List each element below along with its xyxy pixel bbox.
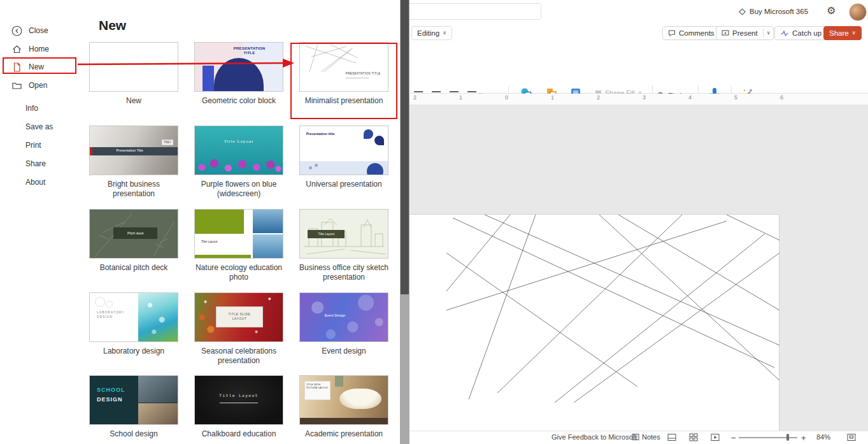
template-card-academic-presentation[interactable]: TITLE WITH PICTURE LAYOUT Academic prese… — [299, 375, 388, 439]
zoom-slider-thumb[interactable] — [786, 434, 789, 441]
thumbnail-photo — [138, 293, 178, 341]
template-card-chalkboard-education[interactable]: Title Layout Chalkboard education — [194, 375, 283, 439]
premium-badge-icon — [739, 8, 746, 15]
template-card-new[interactable]: New — [89, 42, 178, 106]
thumbnail-line-art — [302, 44, 360, 73]
thumbnail-shape — [195, 210, 244, 234]
template-card-purple-flowers[interactable]: Title Layout Purple flowers on blue (wid… — [194, 125, 283, 199]
thumbnail-photo — [138, 376, 178, 403]
fit-slide-icon — [847, 433, 856, 441]
template-label: Universal presentation — [299, 180, 388, 189]
ruler-number: 1 — [551, 94, 554, 101]
thumbnail-bottom-bar — [300, 418, 388, 424]
thumbnail-title-text: Presentation title — [306, 132, 335, 136]
normal-view-icon — [667, 433, 676, 441]
comment-icon — [668, 29, 676, 37]
button-divider — [763, 29, 764, 38]
template-card-minimalist-presentation[interactable]: PRESENTATION TITLE Minimalist presentati… — [299, 42, 388, 106]
template-thumbnail-botanical: Pitch deck — [89, 209, 178, 259]
powerpoint-window: Buy Microsoft 365 ⚙ Editing ∨ Comments P… — [0, 0, 868, 444]
editing-mode-dropdown[interactable]: Editing ∨ — [411, 26, 452, 40]
notes-label: Notes — [642, 433, 660, 441]
home-icon — [11, 44, 22, 55]
template-label: Event design — [299, 347, 388, 356]
thumbnail-title-text: PRESENTATION TITLE — [346, 72, 385, 75]
chevron-down-icon: ∨ — [443, 31, 446, 36]
template-label: Academic presentation — [299, 429, 388, 439]
feedback-link[interactable]: Give Feedback to Microsoft — [551, 433, 637, 441]
share-label: Share — [829, 29, 849, 37]
template-card-universal-presentation[interactable]: Presentation title Universal presentatio… — [299, 125, 388, 189]
template-card-business-city-sketch[interactable]: Title Layout Business office city sketch… — [299, 209, 388, 282]
template-card-laboratory-design[interactable]: LABORATORY DESIGN Laboratory design — [89, 292, 178, 356]
template-card-botanical-pitch-deck[interactable]: Pitch deck Botanical pitch deck — [89, 209, 178, 273]
backstage-home-button[interactable]: Home — [11, 43, 49, 55]
catch-up-label: Catch up — [792, 29, 822, 37]
template-thumbnail-blank — [89, 42, 178, 92]
backstage-save-as-button[interactable]: Save as — [25, 120, 53, 133]
present-screen-icon — [722, 29, 729, 37]
thumbnail-title-box: TITLE SLIDE LAYOUT — [216, 306, 263, 327]
settings-gear-icon[interactable]: ⚙ — [827, 4, 836, 17]
thumbnail-title-text: Title Layout — [195, 393, 283, 397]
slide-line-art — [408, 215, 780, 403]
fit-to-window-button[interactable] — [847, 433, 856, 441]
template-card-geometric-color-block[interactable]: PRESENTATION TITLE Geometric color block — [194, 42, 283, 106]
backstage-new-button[interactable]: New — [11, 61, 44, 73]
thumbnail-accent — [195, 255, 251, 258]
slide[interactable]: PRESENTATION TITLE Mirjam Nilsson — [369, 214, 779, 444]
print-label: Print — [25, 141, 41, 150]
backstage-scrollbar[interactable] — [400, 0, 409, 444]
backstage-open-button[interactable]: Open — [11, 79, 47, 92]
buy-microsoft-365-link[interactable]: Buy Microsoft 365 — [750, 8, 808, 15]
present-button[interactable]: Present ∨ — [716, 26, 774, 40]
slideshow-view-button[interactable] — [711, 433, 720, 441]
template-thumbnail-minimalist: PRESENTATION TITLE — [299, 42, 388, 92]
template-thumbnail-purple-flowers: Title Layout — [194, 125, 283, 175]
thumbnail-title-text: SCHOOL — [97, 387, 125, 393]
ruler-number: 4 — [688, 94, 692, 101]
chevron-down-icon[interactable]: ∨ — [767, 31, 771, 36]
catch-up-button[interactable]: Catch up — [774, 26, 827, 40]
backstage-info-button[interactable]: Info — [25, 102, 38, 115]
template-card-bright-business[interactable]: TREY Presentation Title Bright business … — [89, 125, 178, 199]
thumbnail-shape — [203, 66, 214, 91]
backstage-share-button[interactable]: Share — [25, 157, 46, 170]
slide-sorter-view-button[interactable] — [689, 433, 698, 441]
zoom-in-button[interactable]: + — [801, 433, 806, 443]
thumbnail-book-photo — [339, 389, 381, 409]
home-label: Home — [29, 45, 49, 54]
template-card-nature-ecology[interactable]: Title Layout Nature ecology education ph… — [194, 209, 283, 282]
thumbnail-title-text: DESIGN — [97, 396, 123, 403]
thumbnail-title-text: Event Design — [325, 313, 346, 317]
thumbnail-title-text: Title Layout — [201, 240, 218, 243]
catch-up-icon — [780, 30, 789, 37]
backstage-panel: Close Home New Open Info Save as Print S… — [0, 0, 400, 444]
zoom-level[interactable]: 84% — [816, 433, 830, 441]
notes-toggle[interactable]: Notes — [632, 433, 660, 441]
comments-button[interactable]: Comments — [662, 26, 720, 40]
share-button[interactable]: Share ∨ — [823, 26, 862, 40]
template-card-seasonal-celebrations[interactable]: TITLE SLIDE LAYOUT Seasonal celebrations… — [194, 292, 283, 366]
template-label: New — [89, 96, 178, 106]
template-label: Business office city sketch presentation — [299, 263, 388, 282]
template-label: Bright business presentation — [89, 180, 178, 199]
template-thumbnail-academic: TITLE WITH PICTURE LAYOUT — [299, 375, 388, 425]
ruler-number: 2 — [597, 94, 600, 101]
thumbnail-title-text: PRESENTATION TITLE — [228, 47, 270, 55]
thumbnail-title-box: Pitch deck — [113, 227, 157, 239]
normal-view-button[interactable] — [667, 433, 676, 441]
backstage-about-button[interactable]: About — [25, 176, 45, 189]
template-card-event-design[interactable]: Event Design Event design — [299, 292, 388, 356]
backstage-print-button[interactable]: Print — [25, 139, 41, 152]
backstage-scrollbar-thumb[interactable] — [401, 0, 409, 294]
thumbnail-title-text: Title Layout — [318, 232, 335, 236]
zoom-out-button[interactable]: − — [731, 433, 736, 443]
template-label: Nature ecology education photo — [194, 263, 283, 282]
thumbnail-shape — [214, 58, 263, 92]
account-avatar[interactable] — [849, 3, 867, 21]
thumbnail-accent — [90, 147, 92, 155]
backstage-close-button[interactable]: Close — [11, 24, 48, 37]
template-card-school-design[interactable]: SCHOOL DESIGN School design — [89, 375, 178, 439]
template-thumbnail-laboratory: LABORATORY DESIGN — [89, 292, 178, 342]
